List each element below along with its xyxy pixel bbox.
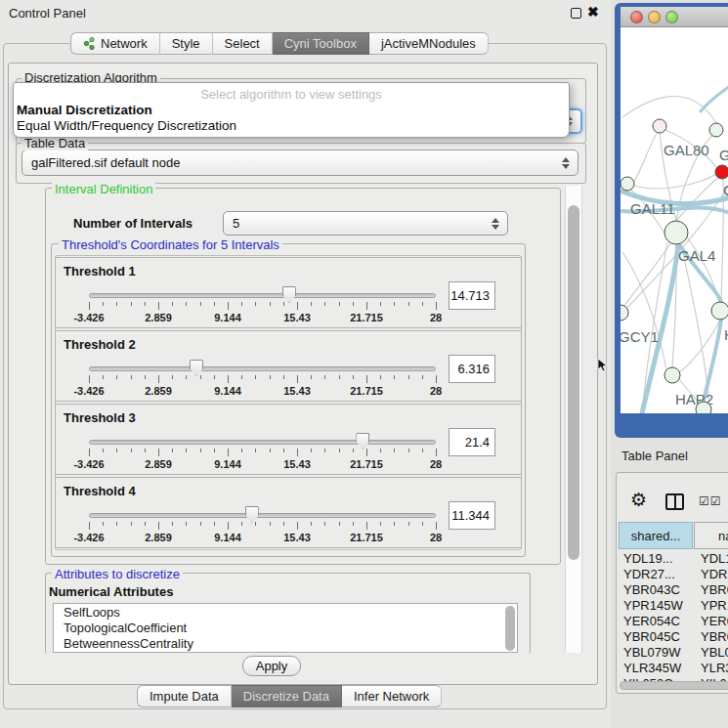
table-row[interactable]: YLR345WYLR3: [619, 661, 728, 676]
split-columns-icon[interactable]: [665, 493, 684, 510]
tab-label: Infer Network: [354, 689, 429, 704]
cell-shared-name: YBL079W: [623, 645, 681, 660]
close-icon[interactable]: ✖: [587, 4, 599, 20]
threshold-label: Threshold 3: [64, 410, 136, 425]
slider-ticks: [89, 302, 436, 311]
slider-track[interactable]: [89, 440, 436, 445]
table-hscrollbar-thumb[interactable]: [620, 681, 728, 690]
cell-shared-name: YLR345W: [623, 661, 681, 675]
tab-label: Cyni Toolbox: [284, 36, 357, 51]
combo-arrows-icon: [562, 157, 570, 169]
slider-track[interactable]: [89, 293, 436, 298]
settings-gear-icon[interactable]: ⚙: [630, 491, 647, 509]
network-graph: GAL80GACGAL11GAL4GCY1HHAP2: [621, 27, 728, 413]
table-row[interactable]: YER054CYER0: [619, 614, 728, 629]
attributes-group-title: Attributes to discretize: [52, 567, 183, 581]
table-row[interactable]: YDR27...YDR2: [619, 567, 728, 582]
slider-tick-labels: -3.4262.8599.14415.4321.71528: [89, 312, 436, 324]
slider-track[interactable]: [89, 366, 436, 371]
zoom-traffic-light-icon[interactable]: [665, 11, 678, 23]
network-node[interactable]: [664, 367, 680, 383]
num-intervals-label: Number of Intervals: [73, 216, 193, 231]
cell-shared-name: YBR043C: [623, 582, 680, 597]
attributes-scrollbar-thumb[interactable]: [505, 606, 515, 651]
cell-shared-name: YDL19...: [623, 551, 673, 566]
panel-scrollbar-thumb[interactable]: [568, 205, 579, 560]
column-header-shared[interactable]: shared...: [619, 522, 693, 549]
tab-label: Style: [172, 36, 200, 51]
tab-label: Discretize Data: [243, 689, 329, 704]
slider-thumb[interactable]: [356, 433, 369, 450]
slider-tick-labels: -3.4262.8599.14415.4321.71528: [89, 532, 436, 544]
tab-discretize-data[interactable]: Discretize Data: [232, 685, 342, 707]
apply-button[interactable]: Apply: [242, 656, 301, 676]
table-row[interactable]: YBR045CYBR0: [619, 629, 728, 645]
slider-thumb[interactable]: [245, 506, 259, 523]
network-view-window[interactable]: GAL80GACGAL11GAL4GCY1HHAP2: [615, 3, 728, 438]
network-node[interactable]: [621, 177, 634, 191]
threshold-panel: Threshold 4-3.4262.8599.14415.4321.71528…: [55, 477, 522, 548]
attribute-item[interactable]: BetweennessCentrality: [54, 635, 517, 651]
bottom-tab-bar: Impute DataDiscretize DataInfer Network: [137, 685, 442, 707]
tab-impute-data[interactable]: Impute Data: [137, 685, 232, 707]
cell-name: YBR0: [701, 629, 728, 644]
num-intervals-select[interactable]: 5: [223, 211, 508, 236]
attribute-item[interactable]: TopologicalCoefficient: [54, 620, 517, 635]
threshold-panel: Threshold 2-3.4262.8599.14415.4321.71528…: [55, 330, 522, 402]
cell-name: YBL0: [701, 645, 728, 660]
popup-option[interactable]: Equal Width/Frequency Discretization: [17, 118, 236, 133]
slider-track[interactable]: [89, 513, 436, 518]
cell-name: YDL1: [701, 551, 728, 566]
float-window-icon[interactable]: [571, 8, 581, 19]
network-node[interactable]: [653, 119, 666, 133]
threshold-value-input[interactable]: 11.344: [449, 501, 495, 530]
table-panel-title: Table Panel: [621, 449, 688, 463]
tab-label: Select: [225, 36, 260, 51]
table-row[interactable]: YBR043CYBR0: [619, 582, 728, 598]
node-label: GCY1: [621, 328, 659, 345]
threshold-value-input[interactable]: 14.713: [449, 281, 495, 310]
attribute-item[interactable]: SelfLoops: [54, 604, 517, 620]
tab-cyni-toolbox[interactable]: Cyni Toolbox: [273, 32, 369, 55]
table-row[interactable]: YPR145WYPR1: [619, 598, 728, 614]
slider-thumb[interactable]: [190, 360, 203, 376]
minimize-traffic-light-icon[interactable]: [648, 11, 661, 23]
tab-label: Network: [101, 36, 148, 51]
tab-infer-network[interactable]: Infer Network: [342, 685, 442, 707]
tab-jactivemnodules[interactable]: jActiveMNodules: [369, 32, 489, 55]
tab-label: jActiveMNodules: [381, 36, 476, 51]
table-row[interactable]: YDL19...YDL1: [619, 551, 728, 567]
node-label: C: [723, 182, 728, 198]
network-window-titlebar[interactable]: [621, 7, 728, 27]
tab-style[interactable]: Style: [160, 32, 213, 55]
tab-network[interactable]: Network: [70, 32, 160, 55]
threshold-value-input[interactable]: 6.316: [449, 355, 495, 383]
table-data-group-title: Table Data: [21, 136, 88, 150]
node-label: H: [724, 326, 728, 343]
network-canvas[interactable]: GAL80GACGAL11GAL4GCY1HHAP2: [621, 27, 728, 413]
popup-option[interactable]: Manual Discretization: [17, 103, 152, 117]
close-traffic-light-icon[interactable]: [630, 11, 643, 23]
network-node[interactable]: [696, 402, 711, 413]
tab-select[interactable]: Select: [213, 32, 273, 55]
algorithm-popup: Select algorithm to view settings Manual…: [13, 82, 570, 138]
network-node[interactable]: [711, 302, 728, 320]
slider-thumb[interactable]: [282, 286, 296, 303]
table-data-select[interactable]: galFiltered.sif default node: [21, 150, 578, 176]
column-header-name[interactable]: name: [694, 522, 728, 549]
threshold-label: Threshold 2: [64, 337, 136, 352]
slider-tick-labels: -3.4262.8599.14415.4321.71528: [89, 458, 436, 471]
node-label: GA: [719, 147, 728, 163]
top-tab-bar: NetworkStyleSelectCyni ToolboxjActiveMNo…: [70, 32, 489, 55]
numerical-attributes-list[interactable]: SelfLoopsTopologicalCoefficientBetweenne…: [53, 603, 518, 653]
network-node[interactable]: [715, 165, 728, 179]
node-label: GAL80: [664, 142, 709, 158]
slider-tick-labels: -3.4262.8599.14415.4321.71528: [89, 385, 436, 398]
num-intervals-value: 5: [233, 216, 239, 231]
column-checkboxes-icon[interactable]: ☑☑: [699, 494, 722, 508]
threshold-value-input[interactable]: 21.4: [449, 428, 495, 456]
network-node[interactable]: [664, 221, 688, 244]
mouse-cursor: [597, 358, 609, 373]
network-node[interactable]: [709, 123, 723, 137]
table-row[interactable]: YBL079WYBL0: [619, 645, 728, 661]
